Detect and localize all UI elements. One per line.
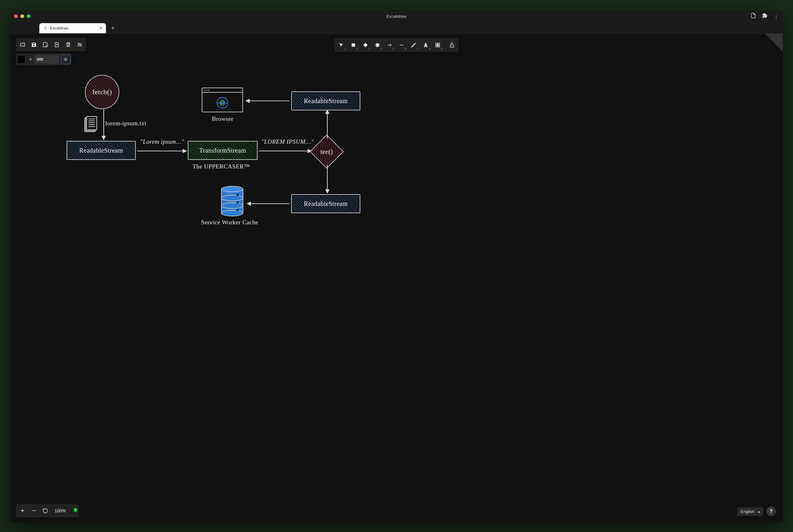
zoom-panel: + − 100% (16, 504, 79, 517)
tab-favicon-icon (43, 26, 47, 31)
page-icon[interactable] (751, 13, 756, 20)
node-readablestream-bottom[interactable]: ReadableStream (291, 194, 360, 213)
zoom-in-button[interactable]: + (17, 505, 28, 516)
readable-bottom-label: ReadableStream (304, 200, 348, 207)
titlebar-right: ⋮ (751, 13, 779, 20)
zoom-level: 100% (52, 508, 69, 513)
node-browser[interactable] (202, 88, 243, 112)
globe-icon (217, 97, 228, 109)
arrow-fetch-down[interactable] (99, 109, 109, 141)
node-fetch[interactable]: fetch() (85, 75, 119, 109)
arrow-tee-up[interactable] (324, 110, 333, 139)
language-select-wrap: English ▲ (737, 507, 763, 516)
readable-top-label: ReadableStream (304, 97, 348, 105)
mac-window: Excalidraw ⋮ Excalidraw ✕ + (10, 10, 783, 522)
tee-label: tee() (321, 148, 333, 155)
readable1-label: ReadableStream (79, 147, 123, 154)
maximize-dot[interactable] (27, 14, 31, 18)
arrow-lorem[interactable] (137, 147, 188, 155)
arrow-upper[interactable] (259, 147, 313, 155)
fetch-label: fetch() (92, 88, 112, 96)
more-icon[interactable]: ⋮ (773, 13, 779, 20)
language-value: English (741, 509, 754, 514)
file-label: lorem-ipsum.txt (105, 120, 146, 127)
file-icon[interactable] (84, 116, 97, 132)
window-title: Excalidraw (387, 14, 407, 19)
cache-label: Service Worker Cache (201, 219, 258, 226)
canvas[interactable]: fetch() lorem-ipsum.txt ReadableStream "… (10, 34, 783, 522)
node-cache[interactable] (221, 186, 243, 216)
footer-right: English ▲ ? (736, 505, 777, 517)
tab-close-icon[interactable]: ✕ (99, 26, 103, 31)
close-dot[interactable] (14, 14, 18, 18)
tab-active[interactable]: Excalidraw ✕ (39, 23, 106, 33)
zoom-out-button[interactable]: − (28, 505, 39, 516)
arrow-to-cache[interactable] (247, 200, 290, 207)
help-button[interactable]: ? (766, 507, 776, 516)
upper-label: "LOREM IPSUM…" (262, 138, 314, 145)
language-select[interactable]: English (737, 507, 763, 516)
zoom-reset-button[interactable] (40, 505, 51, 516)
arrow-tee-down[interactable] (324, 165, 333, 193)
node-tee[interactable]: tee() (315, 139, 339, 164)
mac-titlebar: Excalidraw ⋮ (10, 10, 783, 22)
lorem-label: "Lorem ipsum…" (140, 138, 184, 145)
node-readablestream-1[interactable]: ReadableStream (66, 141, 136, 160)
shield-icon[interactable] (73, 508, 78, 514)
extensions-icon[interactable] (762, 13, 768, 20)
node-transformstream[interactable]: TransformStream (188, 141, 257, 160)
tab-bar: Excalidraw ✕ + (10, 22, 783, 34)
node-readablestream-top[interactable]: ReadableStream (291, 91, 360, 110)
minimize-dot[interactable] (20, 14, 24, 18)
transform-label: TransformStream (199, 147, 246, 154)
tab-label: Excalidraw (50, 26, 69, 31)
browser-label: Browser (212, 115, 233, 122)
svg-rect-0 (45, 26, 46, 28)
traffic-lights (14, 14, 31, 18)
mini-titlebar (202, 88, 242, 93)
arrow-to-browser[interactable] (246, 97, 290, 105)
transform-sublabel: The UPPERCASER™ (193, 163, 250, 170)
excalidraw-app: # 1 2 3 4 5 6 7 8 9 fetch() (10, 34, 783, 522)
new-tab-button[interactable]: + (109, 24, 117, 33)
